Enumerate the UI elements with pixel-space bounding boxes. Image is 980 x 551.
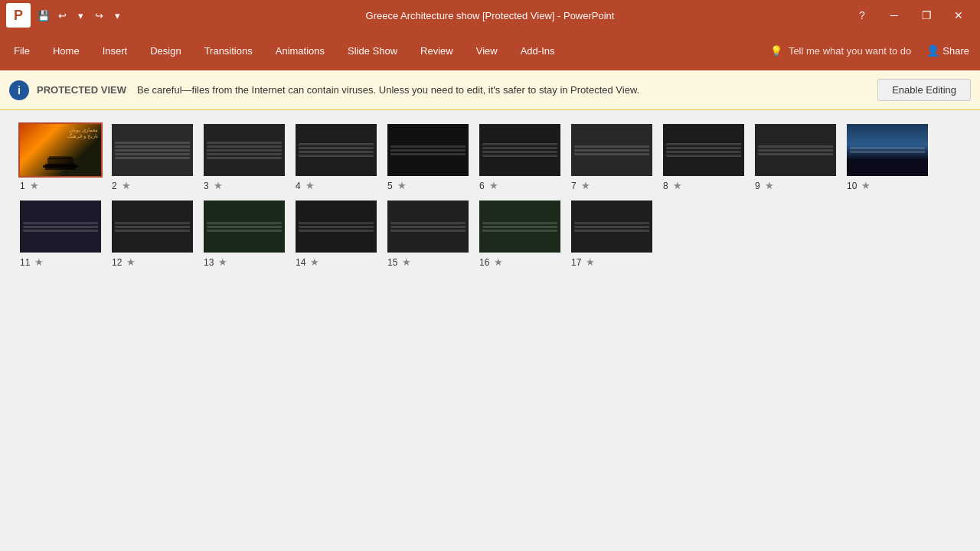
slide-star-12[interactable]: ★ <box>126 256 136 268</box>
close-button[interactable]: ✕ <box>943 0 974 31</box>
tab-transitions[interactable]: Transitions <box>194 31 263 70</box>
slide-star-10[interactable]: ★ <box>861 180 871 191</box>
slide-number-15: 15 <box>387 257 397 268</box>
slide-star-9[interactable]: ★ <box>765 180 774 191</box>
tab-animations[interactable]: Animations <box>265 31 335 70</box>
slide-thumb-10[interactable] <box>845 122 929 178</box>
slide-thumb-4[interactable] <box>294 122 378 178</box>
slide-star-6[interactable]: ★ <box>489 180 498 191</box>
slide-number-6: 6 <box>479 181 485 191</box>
tab-slideshow[interactable]: Slide Show <box>337 31 408 70</box>
slide-thumb-14[interactable] <box>294 199 378 254</box>
tab-view[interactable]: View <box>466 31 508 70</box>
protected-view-label: PROTECTED VIEW <box>37 84 126 96</box>
slide-item-8[interactable]: 8 ★ <box>662 122 746 191</box>
redo-button[interactable]: ↪ <box>90 7 107 24</box>
slide-star-7[interactable]: ★ <box>581 180 590 191</box>
tab-design[interactable]: Design <box>139 31 191 70</box>
title-bar: P 💾 ↩ ▾ ↪ ▾ Greece Architecture show [Pr… <box>0 0 980 31</box>
slide-meta-15: 15 ★ <box>386 256 411 268</box>
slide-thumb-12[interactable] <box>110 199 194 254</box>
slide-item-10[interactable]: 10 ★ <box>845 122 929 191</box>
minimize-button[interactable]: ─ <box>879 0 910 31</box>
restore-button[interactable]: ❐ <box>911 0 942 31</box>
slide-item-15[interactable]: 15 ★ <box>386 199 470 268</box>
tab-home[interactable]: Home <box>42 31 90 70</box>
protected-view-icon: i <box>9 80 29 100</box>
slide-number-5: 5 <box>387 181 393 191</box>
slide-star-16[interactable]: ★ <box>494 256 503 268</box>
slide-number-13: 13 <box>204 257 214 268</box>
enable-editing-button[interactable]: Enable Editing <box>877 79 971 101</box>
slide-meta-3: 3 ★ <box>202 180 223 191</box>
protected-view-bar: i PROTECTED VIEW Be careful—files from t… <box>0 70 980 110</box>
slide-item-3[interactable]: 3 ★ <box>202 122 286 191</box>
slide-star-4[interactable]: ★ <box>305 180 315 191</box>
customize-qat[interactable]: ▾ <box>109 7 126 24</box>
slide-thumb-13[interactable] <box>202 199 286 254</box>
slide-thumb-2[interactable] <box>110 122 194 178</box>
slide-thumb-7[interactable] <box>570 122 654 178</box>
slide-meta-7: 7 ★ <box>570 180 590 191</box>
save-button[interactable]: 💾 <box>35 7 52 24</box>
slide-item-12[interactable]: 12 ★ <box>110 199 194 268</box>
slide-star-13[interactable]: ★ <box>218 256 227 268</box>
slide-thumb-5[interactable] <box>386 122 470 178</box>
slide-star-3[interactable]: ★ <box>214 180 223 191</box>
slide-star-15[interactable]: ★ <box>402 256 411 268</box>
slide-item-1[interactable]: معماری یونانتاریخ و فرهنگ 1 ★ <box>18 122 103 191</box>
slide-meta-12: 12 ★ <box>110 256 136 268</box>
slide-item-5[interactable]: 5 ★ <box>386 122 470 191</box>
slide-thumb-16[interactable] <box>478 199 562 254</box>
slide-meta-13: 13 ★ <box>202 256 227 268</box>
slide-star-11[interactable]: ★ <box>34 256 44 268</box>
slide-thumb-1[interactable]: معماری یونانتاریخ و فرهنگ <box>18 122 103 178</box>
slide-item-9[interactable]: 9 ★ <box>753 122 838 191</box>
slide-item-13[interactable]: 13 ★ <box>202 199 286 268</box>
tab-review[interactable]: Review <box>410 31 464 70</box>
slide-number-1: 1 <box>20 181 25 191</box>
slide-star-5[interactable]: ★ <box>397 180 407 191</box>
slide-item-6[interactable]: 6 ★ <box>478 122 562 191</box>
tab-addins[interactable]: Add-Ins <box>510 31 566 70</box>
slide-meta-14: 14 ★ <box>294 256 319 268</box>
slide-thumb-6[interactable] <box>478 122 562 178</box>
slide-thumb-3[interactable] <box>202 122 286 178</box>
slide-number-10: 10 <box>847 181 857 191</box>
slide-meta-2: 2 ★ <box>110 180 131 191</box>
slide-star-2[interactable]: ★ <box>122 180 131 191</box>
slide-thumb-8[interactable] <box>662 122 746 178</box>
slide-thumb-15[interactable] <box>386 199 470 254</box>
svg-rect-3 <box>43 165 78 168</box>
slide-item-11[interactable]: 11 ★ <box>18 199 103 268</box>
slide-meta-11: 11 ★ <box>18 256 44 268</box>
protected-view-message: Be careful—files from the Internet can c… <box>137 84 870 96</box>
slide-number-12: 12 <box>112 257 122 268</box>
slide-item-17[interactable]: 17 ★ <box>570 199 654 268</box>
slide-star-1[interactable]: ★ <box>30 180 39 191</box>
tab-file[interactable]: File <box>3 31 41 70</box>
slide-item-16[interactable]: 16 ★ <box>478 199 562 268</box>
share-button[interactable]: 👤 Share <box>919 31 977 70</box>
slide-star-8[interactable]: ★ <box>673 180 682 191</box>
slide-item-4[interactable]: 4 ★ <box>294 122 378 191</box>
tab-insert[interactable]: Insert <box>92 31 139 70</box>
slide-item-14[interactable]: 14 ★ <box>294 199 378 268</box>
ribbon-search-text: Tell me what you want to do <box>789 45 911 57</box>
slide-star-14[interactable]: ★ <box>310 256 319 268</box>
window-title: Greece Architecture show [Protected View… <box>366 10 615 21</box>
undo-button[interactable]: ↩ <box>54 7 70 24</box>
slide-number-3: 3 <box>204 181 209 191</box>
slide-thumb-11[interactable] <box>18 199 103 254</box>
slides-area: معماری یونانتاریخ و فرهنگ 1 ★ 2 <box>0 110 980 551</box>
slide-thumb-17[interactable] <box>570 199 654 254</box>
slide-item-7[interactable]: 7 ★ <box>570 122 654 191</box>
help-button[interactable]: ? <box>847 0 877 31</box>
ribbon: File Home Insert Design Transitions Anim… <box>0 31 980 70</box>
undo-dropdown[interactable]: ▾ <box>72 7 89 24</box>
slide-thumb-9[interactable] <box>753 122 838 178</box>
slide-number-7: 7 <box>571 181 577 191</box>
slide-star-17[interactable]: ★ <box>586 256 595 268</box>
slide-meta-9: 9 ★ <box>753 180 774 191</box>
slide-item-2[interactable]: 2 ★ <box>110 122 194 191</box>
